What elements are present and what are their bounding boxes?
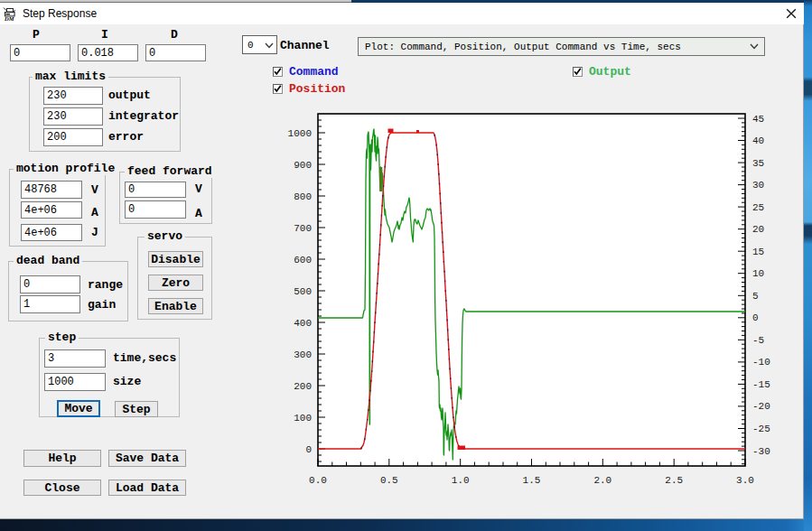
svg-text:100: 100 — [294, 413, 312, 424]
svg-text:-25: -25 — [752, 424, 770, 434]
svg-text:25: 25 — [752, 202, 764, 213]
svg-text:45: 45 — [752, 114, 764, 125]
svg-text:-30: -30 — [752, 446, 770, 457]
svg-text:30: 30 — [752, 180, 764, 191]
svg-text:40: 40 — [752, 135, 764, 146]
svg-text:20: 20 — [752, 224, 764, 235]
svg-text:5: 5 — [752, 291, 759, 302]
svg-text:-15: -15 — [752, 379, 770, 390]
svg-text:200: 200 — [294, 381, 312, 392]
svg-text:400: 400 — [294, 318, 312, 329]
svg-text:10: 10 — [752, 268, 764, 279]
svg-text:300: 300 — [294, 349, 312, 360]
svg-text:500: 500 — [294, 286, 312, 297]
svg-text:1.0: 1.0 — [452, 475, 470, 486]
svg-text:600: 600 — [294, 255, 312, 266]
svg-text:3.0: 3.0 — [736, 475, 754, 486]
svg-text:0: 0 — [752, 312, 759, 323]
svg-text:2.0: 2.0 — [593, 475, 611, 486]
svg-text:2.5: 2.5 — [665, 475, 683, 486]
svg-text:800: 800 — [294, 191, 312, 202]
svg-text:15: 15 — [752, 247, 764, 257]
svg-text:1.5: 1.5 — [523, 475, 541, 486]
svg-text:0: 0 — [305, 444, 312, 455]
svg-text:900: 900 — [294, 160, 312, 171]
svg-text:0.5: 0.5 — [380, 475, 398, 486]
svg-text:1000: 1000 — [288, 128, 312, 139]
svg-text:-5: -5 — [752, 335, 764, 346]
svg-text:-10: -10 — [752, 357, 770, 368]
svg-text:0.0: 0.0 — [309, 475, 327, 486]
svg-text:-20: -20 — [752, 401, 770, 412]
svg-text:35: 35 — [752, 158, 764, 169]
svg-text:700: 700 — [294, 223, 312, 234]
